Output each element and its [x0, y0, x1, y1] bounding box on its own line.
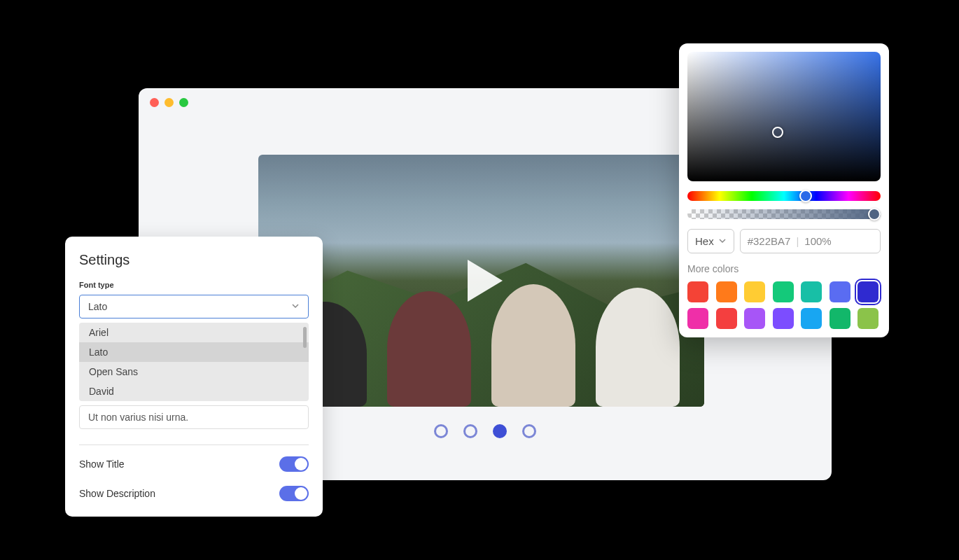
swatch-13[interactable] [830, 308, 850, 329]
swatch-grid [687, 281, 881, 329]
font-option-ariel[interactable]: Ariel [79, 323, 309, 342]
swatch-6[interactable] [830, 281, 850, 302]
swatch-2[interactable] [716, 281, 737, 302]
play-icon[interactable] [447, 246, 517, 316]
swatch-14[interactable] [858, 308, 878, 329]
show-title-row: Show Title [79, 456, 309, 472]
color-gradient-area[interactable] [687, 52, 881, 181]
font-type-value: Lato [88, 301, 107, 312]
swatch-11[interactable] [773, 308, 794, 329]
swatch-9[interactable] [716, 308, 737, 329]
show-description-toggle[interactable] [279, 486, 309, 501]
carousel-pager [434, 424, 536, 438]
font-option-david[interactable]: David [79, 382, 309, 401]
font-option-open-sans[interactable]: Open Sans [79, 362, 309, 382]
show-description-row: Show Description [79, 486, 309, 501]
color-inputs-row: Hex #322BA7 | 100% [687, 229, 881, 253]
pager-dot-4[interactable] [522, 424, 536, 438]
swatch-3[interactable] [744, 281, 765, 302]
chevron-down-icon [291, 301, 300, 312]
pager-dot-3[interactable] [493, 424, 507, 438]
color-format-select[interactable]: Hex [687, 229, 734, 253]
hue-slider[interactable] [687, 191, 881, 201]
gradient-handle[interactable] [772, 127, 783, 138]
show-title-toggle[interactable] [279, 456, 309, 472]
more-colors-label: More colors [687, 263, 881, 274]
pager-dot-1[interactable] [434, 424, 448, 438]
video-preview[interactable] [258, 155, 704, 407]
input-divider: | [796, 235, 799, 247]
svg-marker-0 [468, 260, 503, 302]
maximize-window-button[interactable] [179, 98, 188, 107]
swatch-10[interactable] [744, 308, 765, 329]
font-option-lato[interactable]: Lato [79, 342, 309, 362]
hue-handle[interactable] [799, 190, 812, 202]
opacity-slider[interactable] [687, 209, 881, 219]
pager-dot-2[interactable] [463, 424, 477, 438]
minimize-window-button[interactable] [164, 98, 174, 107]
hex-value: #322BA7 [748, 235, 791, 247]
swatch-4[interactable] [773, 281, 794, 302]
dropdown-scrollbar[interactable] [303, 327, 307, 348]
close-window-button[interactable] [150, 98, 159, 107]
toggle-knob [295, 487, 307, 500]
settings-title: Settings [79, 252, 309, 268]
settings-panel: Settings Font type Lato Ariel Lato Open … [65, 237, 323, 517]
swatch-12[interactable] [801, 308, 822, 329]
font-dropdown-list: Ariel Lato Open Sans David [79, 323, 309, 401]
toggle-knob [295, 458, 307, 470]
swatch-8[interactable] [687, 308, 708, 329]
font-type-select[interactable]: Lato [79, 295, 309, 318]
font-type-label: Font type [79, 281, 309, 289]
hex-input[interactable]: #322BA7 | 100% [740, 229, 881, 253]
description-textarea[interactable]: Ut non varius nisi urna. [79, 405, 309, 429]
swatch-7[interactable] [858, 281, 878, 302]
opacity-handle[interactable] [868, 208, 881, 220]
chevron-down-icon [718, 235, 727, 247]
divider [79, 444, 309, 445]
show-title-label: Show Title [79, 458, 125, 470]
color-format-label: Hex [695, 235, 714, 247]
swatch-5[interactable] [801, 281, 822, 302]
show-description-label: Show Description [79, 488, 155, 499]
opacity-value: 100% [804, 235, 831, 247]
color-picker-panel: Hex #322BA7 | 100% More colors [679, 43, 889, 337]
swatch-1[interactable] [687, 281, 708, 302]
